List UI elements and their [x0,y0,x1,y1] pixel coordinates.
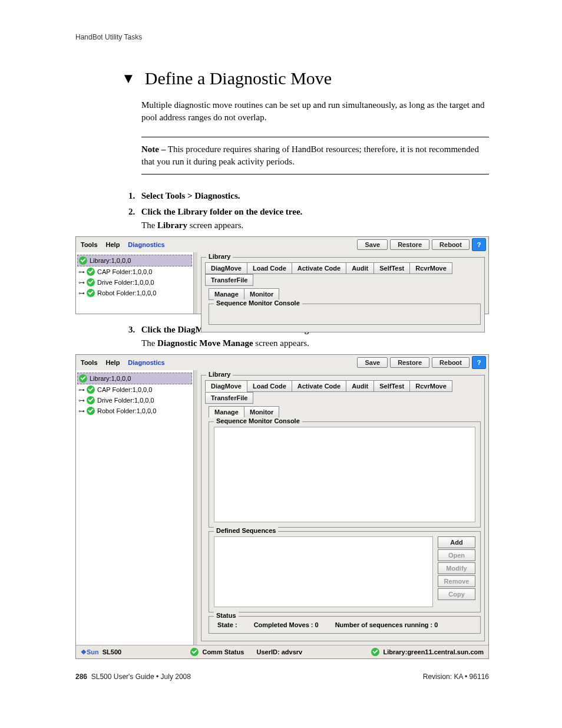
step-num: 3. [128,325,139,335]
check-icon [87,396,95,404]
sequence-monitor-console: Sequence Monitor Console [209,421,481,528]
console-textarea[interactable] [214,427,475,522]
expander-icon[interactable]: ⊶ [78,386,84,394]
menu-tools[interactable]: Tools [81,359,98,366]
screenshot-library: Tools Help Diagnostics Save Restore Rebo… [75,236,489,314]
expander-icon[interactable]: ⊶ [78,407,84,415]
step-text: Click the Library folder on the device t… [141,207,303,216]
screenshot-diagmove-manage: Tools Help Diagnostics Save Restore Rebo… [75,354,489,659]
note-body: This procedure requires sharing of HandB… [141,144,479,166]
help-icon[interactable]: ? [472,238,486,251]
tree-robot[interactable]: ⊶ Robot Folder:1,0,0,0 [77,288,192,298]
tab-activatecode[interactable]: Activate Code [292,380,346,392]
reboot-button[interactable]: Reboot [432,357,470,368]
check-icon [87,289,95,297]
defined-sequences-list[interactable] [214,536,433,607]
check-icon [79,374,87,383]
check-icon [87,407,95,415]
reboot-button[interactable]: Reboot [432,239,470,250]
device-tree[interactable]: Library:1,0,0,0 ⊶ CAP Folder:1,0,0,0 ⊶ D… [76,252,194,314]
tab-diagmove[interactable]: DiagMove [205,262,247,274]
step-text: Select Tools > Diagnostics. [141,191,240,200]
tab-loadcode[interactable]: Load Code [247,262,292,274]
check-icon [87,278,95,286]
subtab-manage[interactable]: Manage [209,288,244,300]
tab-diagmove[interactable]: DiagMove [205,380,247,392]
menu-diagnostics[interactable]: Diagnostics [128,359,164,366]
subtab-monitor[interactable]: Monitor [244,406,279,418]
step-num: 2. [128,207,139,217]
menu-help[interactable]: Help [106,359,120,366]
restore-button[interactable]: Restore [390,239,429,250]
step-2-sub: The Library screen appears. [141,220,489,230]
section-heading: ▼ Define a Diagnostic Move [121,68,489,88]
library-host: Library:green11.central.sun.com [383,648,484,655]
subtab-manage[interactable]: Manage [209,406,244,418]
tree-library[interactable]: Library:1,0,0,0 [77,255,192,266]
tree-library[interactable]: Library:1,0,0,0 [77,373,192,384]
tree-cap[interactable]: ⊶ CAP Folder:1,0,0,0 [77,266,192,277]
tab-transferfile[interactable]: TransferFile [205,392,253,404]
fieldset-legend: Library [206,253,233,260]
product-label: SL500 [103,648,121,655]
book-title: SL500 User's Guide • July 2008 [91,673,191,681]
page-number: 286 [75,673,87,681]
user-id: UserID: advsrv [257,648,303,655]
check-icon [79,256,87,265]
comm-status: Comm Status [202,648,244,655]
running-head: HandBot Utility Tasks [75,33,489,41]
tab-audit[interactable]: Audit [346,380,374,392]
menu-help[interactable]: Help [106,241,120,248]
revision: Revision: KA • 96116 [423,673,489,681]
page-footer: 286 SL500 User's Guide • July 2008 Revis… [75,673,489,681]
tree-drive[interactable]: ⊶ Drive Folder:1,0,0,0 [77,277,192,288]
triangle-icon: ▼ [121,71,135,85]
note-box: Note – This procedure requires sharing o… [141,137,489,174]
menu-tools[interactable]: Tools [81,241,98,248]
save-button[interactable]: Save [357,357,388,368]
defined-sequences: Defined Sequences Add Open Modify Remove… [209,531,481,612]
tab-selftest[interactable]: SelfTest [373,262,410,274]
add-button[interactable]: Add [438,536,475,548]
subtab-monitor[interactable]: Monitor [244,288,279,300]
remove-button[interactable]: Remove [438,575,475,587]
copy-button[interactable]: Copy [438,588,475,600]
step-1: 1. Select Tools > Diagnostics. [128,191,489,201]
fieldset-legend: Library [206,371,233,378]
status-completed: Completed Moves : 0 [254,621,319,628]
tab-audit[interactable]: Audit [346,262,374,274]
tab-loadcode[interactable]: Load Code [247,380,292,392]
modify-button[interactable]: Modify [438,562,475,574]
help-icon[interactable]: ? [472,356,486,369]
check-icon [190,648,199,656]
sun-logo-icon: ❖Sun [81,648,99,656]
open-button[interactable]: Open [438,549,475,561]
intro-paragraph: Multiple diagnostic move routines can be… [141,99,489,124]
tree-robot[interactable]: ⊶ Robot Folder:1,0,0,0 [77,406,192,416]
tree-drive[interactable]: ⊶ Drive Folder:1,0,0,0 [77,395,192,406]
tab-transferfile[interactable]: TransferFile [205,274,253,286]
tree-cap[interactable]: ⊶ CAP Folder:1,0,0,0 [77,384,192,395]
check-icon [371,648,379,656]
expander-icon[interactable]: ⊶ [78,279,84,286]
tab-selftest[interactable]: SelfTest [373,380,410,392]
device-tree[interactable]: Library:1,0,0,0 ⊶ CAP Folder:1,0,0,0 ⊶ D… [76,370,194,645]
status-state: State : [217,621,237,628]
library-fieldset: Library DiagMove Load Code Activate Code… [201,375,485,641]
tab-rcvrmove[interactable]: RcvrMove [409,262,452,274]
expander-icon[interactable]: ⊶ [78,289,84,297]
expander-icon[interactable]: ⊶ [78,397,84,404]
check-icon [87,268,95,276]
tab-activatecode[interactable]: Activate Code [292,262,346,274]
tab-rcvrmove[interactable]: RcvrMove [409,380,452,392]
sequence-monitor-console: Sequence Monitor Console [209,304,481,325]
status-fieldset: Status State : Completed Moves : 0 Numbe… [209,616,481,634]
step-num: 1. [128,191,139,201]
menu-diagnostics[interactable]: Diagnostics [128,241,164,248]
restore-button[interactable]: Restore [390,357,429,368]
check-icon [87,386,95,394]
expander-icon[interactable]: ⊶ [78,268,84,276]
step-3-sub: The Diagnostic Move Manage screen appear… [141,338,489,348]
status-bar: ❖Sun SL500 Comm Status UserID: advsrv Li… [76,645,488,658]
save-button[interactable]: Save [357,239,388,250]
